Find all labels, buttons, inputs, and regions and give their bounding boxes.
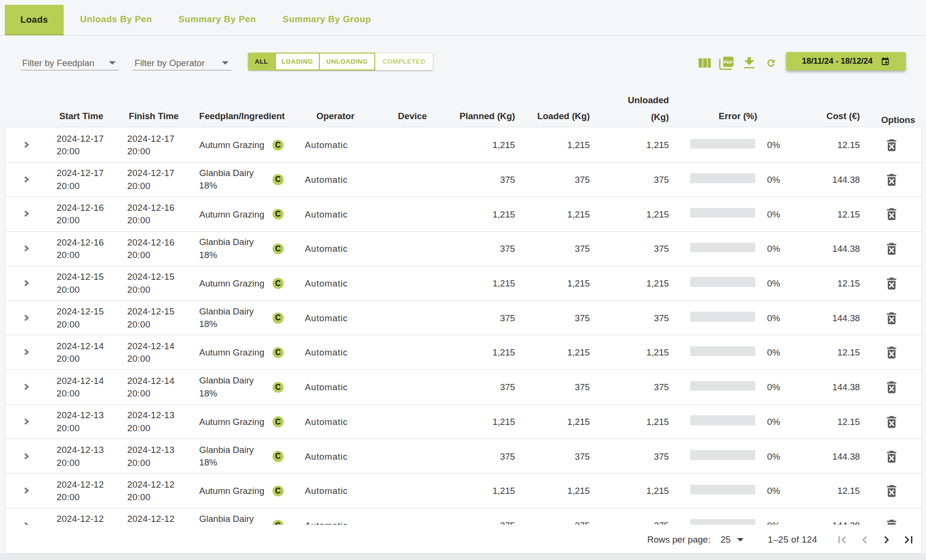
svg-text:PDF: PDF (724, 60, 733, 65)
